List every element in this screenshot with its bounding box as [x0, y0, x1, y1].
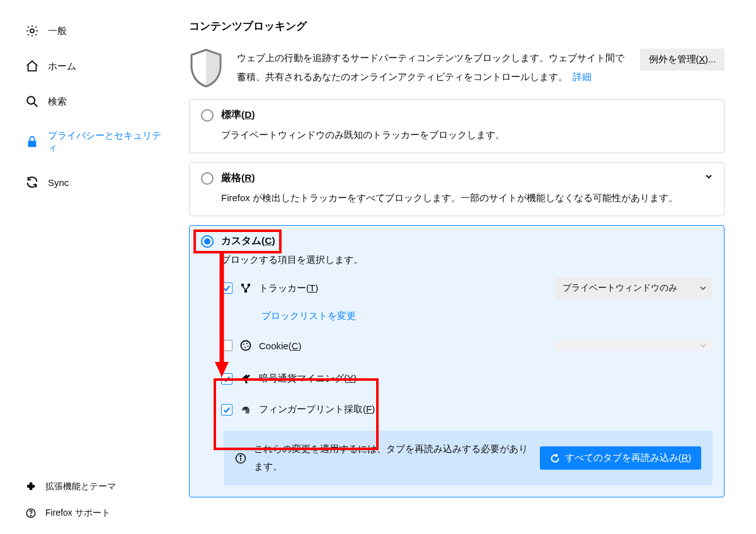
checkbox-cookies[interactable]: [221, 340, 232, 351]
content-blocking-intro: ウェブ上の行動を追跡するサードパーティコンテンツをブロックします。ウェブサイト間…: [189, 49, 724, 88]
checkbox-fingerprinters[interactable]: [221, 404, 232, 415]
sidebar-item-label: Sync: [48, 177, 69, 188]
gear-icon: [25, 24, 39, 38]
custom-opt-cryptominers: 暗号通貨マイニング(Y): [221, 366, 713, 391]
lock-icon: [25, 135, 39, 149]
reload-all-tabs-button[interactable]: すべてのタブを再読み込み(R): [540, 446, 701, 470]
fingerprint-icon: [240, 404, 251, 415]
intro-text: ウェブ上の行動を追跡するサードパーティコンテンツをブロックします。ウェブサイト間…: [237, 49, 626, 86]
radio-strict[interactable]: [201, 172, 214, 185]
sidebar-item-label: Firefox サポート: [45, 508, 110, 519]
sidebar-item-home[interactable]: ホーム: [25, 53, 170, 79]
fingerprinters-label: フィンガープリント採取(F): [259, 403, 375, 415]
home-icon: [25, 59, 39, 73]
sidebar-item-label: ホーム: [48, 61, 76, 73]
tracker-icon: [240, 282, 251, 294]
sidebar-item-label: プライバシーとセキュリティ: [48, 130, 170, 154]
svg-point-12: [243, 344, 244, 345]
option-strict-desc: Firefox が検出したトラッカーをすべてブロックします。一部のサイトが機能し…: [221, 192, 713, 204]
svg-rect-7: [248, 284, 250, 286]
chevron-down-icon[interactable]: [705, 173, 713, 180]
help-icon: [25, 508, 37, 519]
svg-rect-6: [241, 284, 244, 286]
change-blocklist-link[interactable]: ブロックリストを変更: [261, 305, 713, 334]
checkbox-trackers[interactable]: [221, 282, 232, 294]
custom-opt-cookies: Cookie(C): [221, 334, 713, 357]
shield-icon: [189, 49, 223, 88]
cookies-label: Cookie(C): [259, 340, 302, 351]
reload-notice-text: これらの変更を適用するには、タブを再読み込みする必要があります。: [254, 441, 532, 475]
section-title: コンテンツブロッキング: [189, 19, 724, 33]
cookies-dropdown: [555, 340, 713, 351]
puzzle-icon: [25, 481, 37, 492]
cookie-icon: [240, 340, 251, 351]
content-area: コンテンツブロッキング ウェブ上の行動を追跡するサードパーティコンテンツをブロッ…: [176, 0, 756, 534]
radio-custom[interactable]: [201, 235, 214, 248]
sidebar-item-label: 検索: [48, 96, 67, 108]
checkbox-cryptominers[interactable]: [221, 373, 232, 385]
svg-point-18: [240, 455, 241, 456]
svg-rect-3: [28, 141, 37, 147]
manage-exceptions-button[interactable]: 例外を管理(X)...: [640, 49, 724, 71]
sidebar-item-label: 拡張機能とテーマ: [45, 481, 116, 492]
reload-notice: これらの変更を適用するには、タブを再読み込みする必要があります。 すべてのタブを…: [224, 431, 713, 485]
custom-opt-trackers: トラッカー(T) プライベートウィンドウのみ: [221, 271, 713, 305]
svg-point-0: [30, 29, 34, 33]
details-link[interactable]: 詳細: [573, 71, 592, 82]
svg-line-2: [34, 103, 38, 107]
cryptominers-label: 暗号通貨マイニング(Y): [259, 373, 357, 385]
option-custom-label: カスタム(C): [221, 235, 275, 248]
svg-line-10: [246, 286, 249, 290]
sidebar-item-general[interactable]: 一般: [25, 18, 170, 44]
sidebar-item-label: 一般: [48, 25, 67, 37]
sync-icon: [25, 175, 39, 189]
option-custom[interactable]: カスタム(C) ブロックする項目を選択します。 トラッカー(T) プライベートウ…: [189, 225, 724, 497]
option-strict-label: 厳格(R): [221, 171, 255, 185]
svg-point-11: [241, 341, 251, 351]
option-standard[interactable]: 標準(D) プライベートウィンドウのみ既知のトラッカーをブロックします。: [189, 99, 724, 153]
radio-standard[interactable]: [201, 109, 214, 122]
cryptominer-icon: [240, 373, 251, 385]
svg-point-5: [30, 515, 31, 516]
search-icon: [25, 95, 39, 108]
info-icon: [235, 453, 246, 464]
sidebar-item-addons[interactable]: 拡張機能とテーマ: [25, 475, 170, 499]
option-strict[interactable]: 厳格(R) Firefox が検出したトラッカーをすべてブロックします。一部のサ…: [189, 162, 724, 216]
svg-point-13: [246, 343, 248, 344]
option-custom-desc: ブロックする項目を選択します。: [221, 254, 713, 266]
option-standard-desc: プライベートウィンドウのみ既知のトラッカーをブロックします。: [221, 129, 713, 141]
sidebar-item-sync[interactable]: Sync: [25, 169, 170, 195]
svg-line-9: [243, 286, 246, 290]
sidebar-item-search[interactable]: 検索: [25, 88, 170, 115]
settings-sidebar: 一般 ホーム 検索 プライバシーとセキュリティ Sync: [0, 0, 176, 534]
option-standard-label: 標準(D): [221, 108, 255, 122]
custom-opt-fingerprinters: フィンガープリント採取(F): [221, 397, 713, 422]
svg-point-14: [244, 347, 246, 348]
svg-rect-8: [244, 290, 247, 293]
trackers-dropdown[interactable]: プライベートウィンドウのみ: [555, 277, 713, 299]
trackers-label: トラッカー(T): [259, 282, 318, 294]
sidebar-item-support[interactable]: Firefox サポート: [25, 501, 170, 525]
svg-point-1: [27, 96, 35, 104]
svg-point-15: [247, 345, 248, 347]
sidebar-item-privacy[interactable]: プライバシーとセキュリティ: [25, 124, 170, 160]
